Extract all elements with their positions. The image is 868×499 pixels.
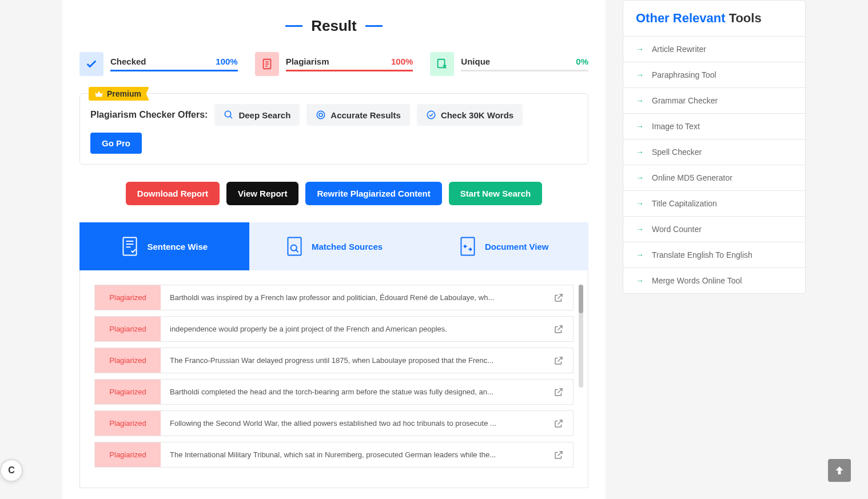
external-link-button[interactable] xyxy=(544,442,573,467)
sentence-status: Plagiarized xyxy=(95,411,161,436)
tool-label: Word Counter xyxy=(652,225,702,234)
sentence-row[interactable]: Plagiarized The Franco-Prussian War dela… xyxy=(94,348,574,373)
tool-label: Translate English To English xyxy=(652,250,752,260)
tool-label: Grammar Checker xyxy=(652,96,718,105)
arrow-right-icon: → xyxy=(636,122,644,131)
stat-plagiarism: Plagiarism 100% xyxy=(255,52,413,76)
sentence-text: The Franco-Prussian War delayed progress… xyxy=(161,348,544,373)
arrow-right-icon: → xyxy=(636,70,644,79)
external-link-button[interactable] xyxy=(544,285,573,310)
svg-point-5 xyxy=(225,111,232,117)
tool-item[interactable]: →Title Capitalization xyxy=(623,191,805,217)
external-link-icon xyxy=(554,293,564,303)
tool-label: Online MD5 Generator xyxy=(652,173,732,182)
sentence-text: The International Military Tribunal, whi… xyxy=(161,442,544,467)
sentence-status: Plagiarized xyxy=(95,348,161,373)
document-search-icon xyxy=(285,236,304,257)
view-report-button[interactable]: View Report xyxy=(226,182,298,205)
arrow-right-icon: → xyxy=(636,250,644,260)
edit-icon xyxy=(430,52,454,76)
sentence-text: Bartholdi completed the head and the tor… xyxy=(161,380,544,404)
tool-item[interactable]: →Image to Text xyxy=(623,114,805,139)
crown-icon xyxy=(94,90,103,98)
svg-rect-4 xyxy=(438,59,445,68)
document-check-icon xyxy=(121,236,139,257)
download-report-button[interactable]: Download Report xyxy=(126,182,220,205)
search-icon xyxy=(224,110,234,120)
sentence-status: Plagiarized xyxy=(95,285,161,310)
action-row: Download Report View Report Rewrite Plag… xyxy=(79,182,588,205)
page-title: Result xyxy=(311,17,356,35)
main-panel: Result Checked 100% xyxy=(62,0,606,499)
tools-header: Other Relevant Tools xyxy=(623,1,805,37)
arrow-right-icon: → xyxy=(636,147,644,157)
scrollbar[interactable] xyxy=(579,285,583,388)
sentence-row[interactable]: Plagiarized independence would properly … xyxy=(94,316,574,342)
sentence-row[interactable]: Plagiarized The International Military T… xyxy=(94,442,574,468)
scroll-top-button[interactable] xyxy=(828,459,851,482)
svg-point-15 xyxy=(290,245,296,250)
tab-sentence-wise[interactable]: Sentence Wise xyxy=(79,222,249,270)
new-search-button[interactable]: Start New Search xyxy=(449,182,542,205)
tool-item[interactable]: →Translate English To English xyxy=(623,242,805,268)
tool-item[interactable]: →Spell Checker xyxy=(623,139,805,165)
tools-panel: Other Relevant Tools →Article Rewriter→P… xyxy=(623,0,806,294)
sentence-row[interactable]: Plagiarized Following the Second World W… xyxy=(94,410,574,436)
arrow-right-icon: → xyxy=(636,173,644,182)
svg-rect-10 xyxy=(124,238,137,256)
tool-item[interactable]: →Paraphrasing Tool xyxy=(623,62,805,88)
sentence-status: Plagiarized xyxy=(95,380,161,404)
sentence-text: independence would properly be a joint p… xyxy=(161,317,544,341)
document-icon xyxy=(255,52,279,76)
document-arrows-icon xyxy=(459,236,477,257)
tool-item[interactable]: →Word Counter xyxy=(623,217,805,242)
arrow-right-icon: → xyxy=(636,276,644,285)
premium-badge: Premium xyxy=(89,87,149,101)
arrow-right-icon: → xyxy=(636,45,644,54)
sentence-list: Plagiarized Bartholdi was inspired by a … xyxy=(79,270,588,488)
go-pro-button[interactable]: Go Pro xyxy=(90,133,142,154)
tab-document-view[interactable]: Document View xyxy=(419,222,588,270)
tool-label: Merge Words Online Tool xyxy=(652,276,742,285)
sentence-row[interactable]: Plagiarized Bartholdi was inspired by a … xyxy=(94,285,574,310)
cookie-button[interactable]: C xyxy=(0,459,23,482)
external-link-button[interactable] xyxy=(544,317,573,341)
result-header: Result xyxy=(79,17,588,35)
tool-label: Title Capitalization xyxy=(652,199,717,208)
stat-label: Plagiarism xyxy=(286,57,329,66)
tool-item[interactable]: →Merge Words Online Tool xyxy=(623,268,805,293)
arrow-right-icon: → xyxy=(636,96,644,105)
svg-line-6 xyxy=(230,116,233,118)
external-link-button[interactable] xyxy=(544,411,573,436)
target-icon xyxy=(316,110,326,120)
svg-point-8 xyxy=(319,113,322,117)
external-link-button[interactable] xyxy=(544,380,573,404)
arrow-right-icon: → xyxy=(636,225,644,234)
svg-line-16 xyxy=(296,250,298,252)
arrow-up-icon xyxy=(834,465,845,476)
sidebar: Other Relevant Tools →Article Rewriter→P… xyxy=(623,0,806,499)
external-link-icon xyxy=(554,418,564,429)
rewrite-button[interactable]: Rewrite Plagiarized Content xyxy=(305,182,441,205)
stat-label: Checked xyxy=(110,57,146,66)
arrow-right-icon: → xyxy=(636,199,644,208)
svg-rect-17 xyxy=(461,238,474,256)
stat-value: 100% xyxy=(391,57,413,66)
stat-label: Unique xyxy=(461,57,490,66)
external-link-icon xyxy=(554,324,564,334)
tool-item[interactable]: →Grammar Checker xyxy=(623,88,805,114)
tool-item[interactable]: →Article Rewriter xyxy=(623,37,805,62)
offer-30k-words: Check 30K Words xyxy=(417,104,523,126)
stat-value: 0% xyxy=(576,57,588,66)
sentence-row[interactable]: Plagiarized Bartholdi completed the head… xyxy=(94,379,574,405)
tab-matched-sources[interactable]: Matched Sources xyxy=(249,222,419,270)
offer-accurate: Accurate Results xyxy=(306,104,410,126)
external-link-icon xyxy=(554,387,564,397)
external-link-icon xyxy=(554,356,564,366)
tool-label: Paraphrasing Tool xyxy=(652,70,716,79)
svg-point-7 xyxy=(317,111,325,119)
stat-unique: Unique 0% xyxy=(430,52,588,76)
offer-deep-search: Deep Search xyxy=(214,104,300,126)
external-link-button[interactable] xyxy=(544,348,573,373)
tool-item[interactable]: →Online MD5 Generator xyxy=(623,165,805,191)
